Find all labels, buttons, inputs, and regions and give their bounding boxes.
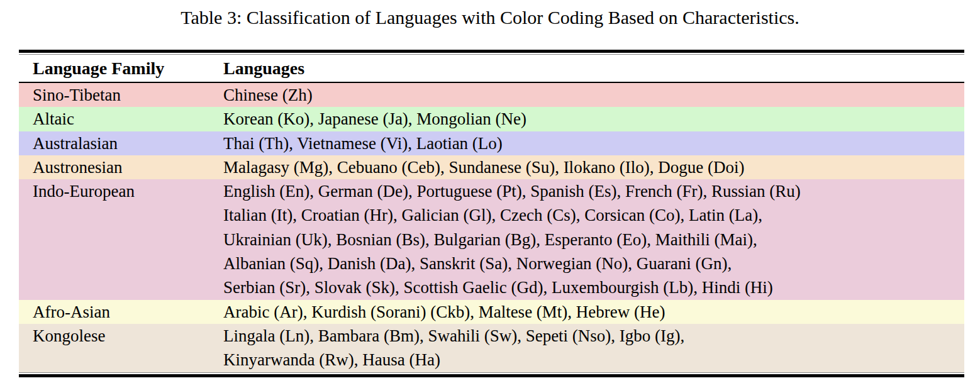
table-row: Australasian Thai (Th), Vietnamese (Vi),… [19, 131, 964, 155]
language-family-cell: Altaic [19, 107, 223, 131]
language-classification-table: Language Family Languages Sino-Tibetan C… [19, 50, 964, 377]
languages-cell: Malagasy (Mg), Cebuano (Ceb), Sundanese … [223, 155, 964, 179]
top-rule [19, 50, 964, 55]
language-family-cell: Austronesian [19, 155, 223, 179]
bottom-rule-thick-line [19, 374, 964, 377]
language-family-cell: Kongolese [19, 324, 223, 372]
table-row: Kongolese Lingala (Ln), Bambara (Bm), Sw… [19, 324, 964, 372]
languages-line: Chinese (Zh) [223, 83, 964, 107]
languages-cell: Arabic (Ar), Kurdish (Sorani) (Ckb), Mal… [223, 300, 964, 324]
table-row: Sino-Tibetan Chinese (Zh) [19, 83, 964, 107]
paper-page: Table 3: Classification of Languages wit… [0, 0, 980, 388]
table-header-row: Language Family Languages [19, 55, 964, 83]
header-language-family: Language Family [19, 58, 223, 79]
languages-line: Serbian (Sr), Slovak (Sk), Scottish Gael… [223, 275, 964, 299]
languages-line: Kinyarwanda (Rw), Hausa (Ha) [223, 348, 964, 372]
language-family-cell: Australasian [19, 131, 223, 155]
bottom-rule [19, 372, 964, 377]
table-caption: Table 3: Classification of Languages wit… [0, 5, 980, 30]
languages-cell: Chinese (Zh) [223, 83, 964, 107]
language-family-cell: Sino-Tibetan [19, 83, 223, 107]
table-row: Indo-European English (En), German (De),… [19, 179, 964, 299]
languages-line: Italian (It), Croatian (Hr), Galician (G… [223, 203, 964, 227]
languages-cell: Korean (Ko), Japanese (Ja), Mongolian (N… [223, 107, 964, 131]
languages-line: Lingala (Ln), Bambara (Bm), Swahili (Sw)… [223, 324, 964, 348]
table-body: Sino-Tibetan Chinese (Zh) Altaic Korean … [19, 83, 964, 372]
languages-line: Arabic (Ar), Kurdish (Sorani) (Ckb), Mal… [223, 300, 964, 324]
language-family-cell: Afro-Asian [19, 300, 223, 324]
languages-line: Albanian (Sq), Danish (Da), Sanskrit (Sa… [223, 252, 964, 275]
header-languages: Languages [223, 58, 964, 79]
language-family-cell: Indo-European [19, 179, 223, 299]
languages-line: Malagasy (Mg), Cebuano (Ceb), Sundanese … [223, 155, 964, 179]
languages-line: English (En), German (De), Portuguese (P… [223, 179, 964, 203]
languages-cell: English (En), German (De), Portuguese (P… [223, 179, 964, 299]
table-row: Austronesian Malagasy (Mg), Cebuano (Ceb… [19, 155, 964, 179]
languages-line: Thai (Th), Vietnamese (Vi), Laotian (Lo) [223, 131, 964, 155]
languages-cell: Thai (Th), Vietnamese (Vi), Laotian (Lo) [223, 131, 964, 155]
languages-line: Ukrainian (Uk), Bosnian (Bs), Bulgarian … [223, 228, 964, 252]
languages-line: Korean (Ko), Japanese (Ja), Mongolian (N… [223, 107, 964, 131]
languages-cell: Lingala (Ln), Bambara (Bm), Swahili (Sw)… [223, 324, 964, 372]
table-row: Altaic Korean (Ko), Japanese (Ja), Mongo… [19, 107, 964, 131]
table-row: Afro-Asian Arabic (Ar), Kurdish (Sorani)… [19, 300, 964, 324]
